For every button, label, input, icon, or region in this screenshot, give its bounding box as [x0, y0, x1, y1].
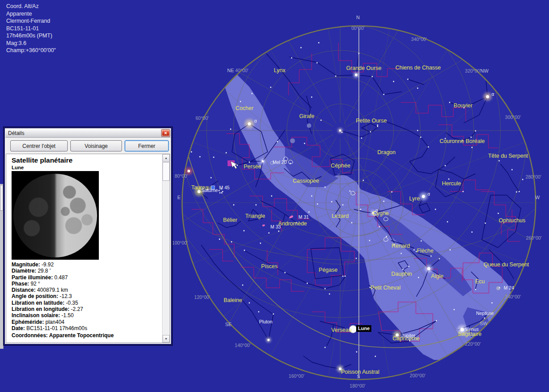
- constellation-label: Chiens de Chasse: [395, 65, 441, 71]
- dialog-body: Satellite planétaire Lune Magnitude: -9.…: [6, 154, 170, 343]
- azimuth-label: 120°00': [194, 294, 210, 300]
- constellation-label: Pégase: [319, 267, 338, 273]
- compass-label: E: [177, 195, 180, 200]
- constellation-label: Bouvier: [454, 102, 472, 109]
- object-label: Jupiter: [401, 333, 415, 338]
- constellation-label: Persée: [244, 163, 261, 170]
- azimuth-label: 180°00': [350, 383, 365, 388]
- constellation-label: Sagittaire: [458, 331, 482, 337]
- scroll-down-icon[interactable]: ▼: [163, 335, 170, 343]
- alpha-star-label: α: [375, 208, 378, 213]
- constellation-label: Petite Ourse: [356, 118, 386, 124]
- constellation-label: Petit Cheval: [370, 285, 400, 291]
- constellation-label: Pisces: [261, 263, 278, 270]
- detail-row: Inclinaison solaire: -1.50: [12, 312, 160, 318]
- dialog-scrollbar[interactable]: ▲ ▼: [162, 154, 170, 343]
- azimuth-label: 320°00': [465, 68, 480, 74]
- status-line: Mag:3.6: [6, 40, 56, 47]
- azimuth-label: 140°00': [235, 343, 250, 348]
- detail-row: Distance: 400879.1 km: [12, 287, 160, 293]
- moon-image: [12, 171, 99, 260]
- alpha-star-label: α: [427, 192, 430, 196]
- center-object-button[interactable]: Centrer l'objet: [10, 140, 68, 151]
- azimuth-label: 40°00': [235, 68, 248, 73]
- object-name: Lune: [12, 165, 160, 170]
- object-label: Vénus: [465, 327, 479, 332]
- constellation-label: Couronne Boréale: [439, 138, 484, 144]
- constellation-label: Renard: [392, 243, 410, 249]
- constellation-label: Cocher: [236, 105, 253, 111]
- compass-label: N: [356, 15, 360, 20]
- azimuth-label: 240°00': [505, 294, 521, 299]
- object-label: Neptune: [476, 310, 494, 316]
- status-line: Apparente: [6, 10, 56, 18]
- constellation-label: Hercule: [442, 180, 461, 187]
- dialog-content: Satellite planétaire Lune Magnitude: -9.…: [12, 156, 160, 331]
- close-button[interactable]: Fermer: [125, 140, 169, 151]
- scroll-up-icon[interactable]: ▲: [163, 154, 170, 162]
- dialog-titlebar[interactable]: Détails: [5, 129, 171, 138]
- detail-row: Diamètre: 29.8 ': [12, 268, 160, 274]
- constellation-label: Ophiuchus: [499, 217, 525, 224]
- azimuth-label: 160°00': [289, 373, 304, 379]
- selected-object-label[interactable]: Lune: [356, 325, 371, 332]
- constellation-label: Andromède: [278, 220, 307, 227]
- status-line: 17h46m00s (PMT): [6, 32, 56, 40]
- azimuth-label: 80°00': [175, 173, 188, 179]
- constellation-label: Tête du Serpent: [488, 153, 528, 159]
- constellation-label: Girafe: [299, 113, 314, 119]
- details-dialog: Détails ✕ Centrer l'objet Voisinage Ferm…: [4, 127, 172, 345]
- constellation-label: Triangle: [245, 213, 265, 219]
- azimuth-label: 220°00': [465, 341, 480, 347]
- moon-disc: [13, 174, 97, 257]
- object-label: Saturne: [202, 188, 218, 193]
- status-overlay: Coord. Alt/AzApparenteClermont-FerrandBC…: [6, 3, 56, 54]
- object-type-heading: Satellite planétaire: [12, 156, 160, 164]
- constellation-label: Lyre: [409, 196, 420, 202]
- constellation-label: Poisson Austral: [341, 369, 379, 375]
- azimuth-label: 200°00': [410, 373, 425, 378]
- constellation-label: Lézard: [332, 213, 349, 219]
- constellation-label: Cassiopée: [293, 178, 319, 184]
- status-line: BC151-11-01: [6, 25, 56, 33]
- object-label: Mel 20: [272, 159, 287, 165]
- detail-row: Phase: 92 °: [12, 281, 160, 287]
- status-line: Coord. Alt/Az: [6, 3, 56, 10]
- detail-row: Date: BC151-11-01 17h46m00s: [12, 325, 160, 331]
- detail-row: Magnitude: -9.92: [12, 261, 160, 268]
- object-details-list: Magnitude: -9.92Diamètre: 29.8 'Partie i…: [12, 261, 160, 331]
- azimuth-label: 100°00': [172, 240, 187, 245]
- constellation-label: Flèche: [417, 248, 434, 254]
- detail-row: Libration en latitude: -0.35: [12, 300, 160, 306]
- dialog-title: Détails: [8, 130, 24, 136]
- azimuth-label: 340°00': [411, 37, 427, 42]
- detail-row: Ephéméride: plan404: [12, 319, 160, 325]
- compass-label: W: [535, 195, 540, 200]
- close-icon[interactable]: ✕: [162, 130, 170, 136]
- scrollbar-thumb[interactable]: [163, 162, 170, 181]
- object-label: M 45: [219, 185, 229, 190]
- constellation-label: Aigle: [431, 273, 443, 279]
- constellation-label: Céphée: [331, 163, 350, 169]
- neighborhood-button[interactable]: Voisinage: [70, 140, 122, 151]
- constellation-label: Baleine: [224, 297, 242, 303]
- constellation-label: Bélier: [223, 217, 237, 223]
- compass-label: NE: [227, 68, 234, 73]
- detail-row: Partie illuminée: 0.487: [12, 274, 160, 281]
- constellation-label: Dauphin: [391, 271, 412, 277]
- status-line: Champ:+360°00'00": [6, 47, 56, 54]
- object-label: M 33: [270, 224, 281, 229]
- left-scrollbar-thumb[interactable]: [0, 185, 3, 211]
- app-root: LynxGrande OurseChiens de ChasseCocherGi…: [0, 0, 549, 392]
- azimuth-label: 00°00': [351, 25, 365, 31]
- alpha-star-label: α: [254, 118, 257, 123]
- object-label: M 31: [298, 214, 309, 220]
- azimuth-label: 300°00': [505, 114, 521, 120]
- detail-row: Angle de position: -12.3: [12, 293, 160, 299]
- constellation-label: Grande Ourse: [346, 65, 381, 71]
- left-scrollbar[interactable]: [0, 184, 4, 349]
- constellation-label: Verseau: [331, 327, 352, 333]
- compass-label: SE: [225, 322, 232, 327]
- compass-label: S: [357, 374, 360, 379]
- object-label: Pluton: [259, 319, 272, 324]
